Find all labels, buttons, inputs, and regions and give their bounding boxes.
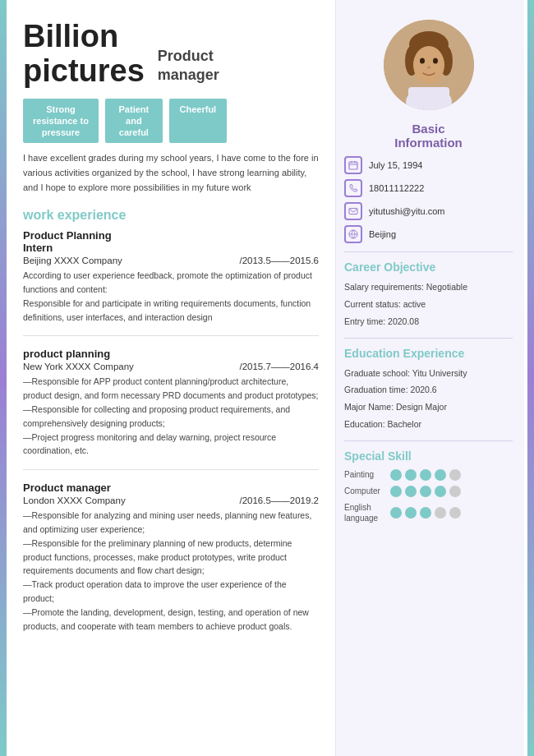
svg-point-6 [413,46,444,84]
entry-time-text: Entry time: 2020.08 [344,315,513,330]
phone-text: 18011112222 [369,183,424,193]
bio-text: I have excellent grades during my school… [23,151,319,195]
divider-1 [23,335,319,336]
education-title: Education Experience [344,347,513,360]
skill-computer: Computer [344,486,513,497]
job-3: Product manager London XXXX Company /201… [23,482,319,633]
job-2-company-row: New York XXXX Company /2015.7——2016.4 [23,362,319,371]
job-2-title: product planning [23,348,319,360]
email-row: yitutushi@yitu.com [344,202,513,220]
svg-point-7 [420,58,425,64]
skill-computer-dots [390,486,461,497]
full-name: Billion pictures [23,20,145,89]
job-3-period: /2016.5——2019.2 [239,496,319,505]
skill-english: Englishlanguage [344,502,513,523]
dot-2 [405,507,417,519]
job-3-title: Product manager [23,482,319,494]
skill-painting: Painting [344,469,513,481]
job-2-period: /2015.7——2016.4 [239,362,319,371]
job-1-period: /2013.5——2015.6 [239,256,319,265]
dot-5 [449,486,461,497]
right-divider-2 [344,338,513,339]
dot-5 [449,507,461,519]
divider-2 [23,469,319,470]
dot-2 [405,469,417,481]
job-2-desc: —Responsible for APP product content pla… [23,375,319,458]
skill-english-label: Englishlanguage [344,502,387,523]
svg-rect-12 [349,162,357,169]
work-experience-section-title: work experience [23,208,319,223]
job-3-company-row: London XXXX Company /2016.5——2019.2 [23,496,319,505]
right-accent-bar [527,0,534,756]
job-1-company-row: Beijing XXXX Company /2013.5——2015.6 [23,256,319,265]
salary-text: Salary requirements: Negotiable [344,280,513,295]
graduation-text: Graduation time: 2020.6 [344,383,513,398]
skill-painting-label: Painting [344,469,387,480]
dot-3 [420,469,431,481]
tag-patient: Patientandcareful [105,99,163,144]
calendar-icon [344,156,362,174]
left-column: Billion pictures Basic Information Produ… [7,0,335,756]
avatar [384,20,474,110]
right-divider-1 [344,251,513,252]
job-2-company: New York XXXX Company [23,362,134,371]
avatar-wrap [344,20,513,110]
dot-4 [435,507,446,519]
tag-strong: Strongresistance topressure [23,99,99,144]
job-3-desc: —Responsible for analyzing and mining us… [23,509,319,633]
svg-rect-16 [349,209,357,214]
job-1: Product PlanningIntern Beijing XXXX Comp… [23,229,319,324]
right-column: BasicInformation July 15, 1994 [335,0,524,756]
dot-5 [449,469,461,481]
dot-1 [390,469,402,481]
job-2: product planning New York XXXX Company /… [23,348,319,458]
job-1-desc: According to user experience feedback, p… [23,269,319,324]
skill-computer-label: Computer [344,486,387,496]
tag-cheerful: Cheerful [169,99,227,144]
job-1-title: Product PlanningIntern [23,229,319,254]
job-3-company: London XXXX Company [23,496,126,505]
left-accent-bar [0,0,7,756]
skill-english-dots [390,507,461,519]
job-title-header: Basic Information Productmanager [158,47,219,85]
job-1-company: Beijing XXXX Company [23,256,122,265]
status-text: Current status: active [344,297,513,312]
right-divider-3 [344,440,513,441]
resume: Billion pictures Basic Information Produ… [0,0,534,756]
location-text: Beijing [369,229,396,239]
phone-row: 18011112222 [344,179,513,197]
dot-3 [420,486,431,497]
tags-row: Strongresistance topressure Patientandca… [23,99,319,144]
location-icon [344,225,362,243]
school-text: Graduate school: Yitu University [344,366,513,381]
skill-painting-dots [390,469,461,481]
dot-1 [390,507,402,519]
basic-info-title: BasicInformation [344,122,513,150]
career-objective-title: Career Objective [344,260,513,274]
dot-2 [405,486,417,497]
svg-rect-11 [408,87,449,110]
dot-3 [420,507,431,519]
name-title-block: Billion pictures Basic Information Produ… [23,20,319,89]
skill-title: Special Skill [344,449,513,463]
birthday-text: July 15, 1994 [369,160,422,170]
location-row: Beijing [344,225,513,243]
major-text: Major Name: Design Major [344,400,513,415]
email-text: yitutushi@yitu.com [369,206,444,216]
phone-icon [344,179,362,197]
email-icon [344,202,362,220]
svg-point-9 [427,67,430,69]
dot-1 [390,486,402,497]
dot-4 [435,469,446,481]
svg-point-8 [433,58,438,64]
dot-4 [435,486,446,497]
degree-text: Education: Bachelor [344,417,513,432]
birthday-row: July 15, 1994 [344,156,513,174]
